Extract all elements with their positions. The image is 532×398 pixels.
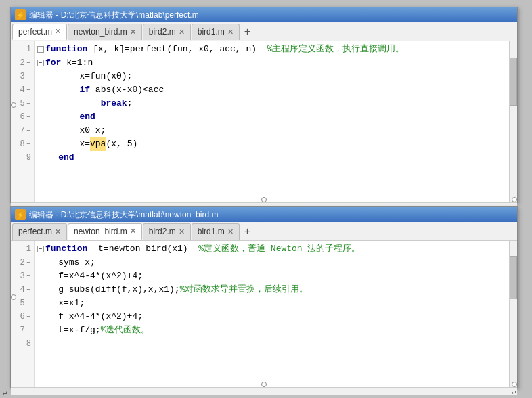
gutter-2: 1 2 – 3 – 4 – 5 – 6 – 7 xyxy=(11,241,35,387)
line-num-row: 4 – xyxy=(11,83,34,97)
resize-handle-corner-1[interactable] xyxy=(512,197,517,202)
tab-add-button-2[interactable]: + xyxy=(240,224,254,239)
line-dash: – xyxy=(26,112,31,122)
line-dash: – xyxy=(26,326,31,335)
tab-close[interactable]: ✕ xyxy=(179,228,185,236)
line-number: 2 xyxy=(14,58,25,68)
code-text: abs(x-x0)<acc xyxy=(90,83,164,97)
gutter-1: 1 2 – 3 – 4 – 5 – 6 – 7 xyxy=(11,41,35,202)
code-line-6: end xyxy=(37,110,506,124)
title-bar-2: ⚡ 编辑器 - D:\北京信息科技大学\matlab\newton_bird.m xyxy=(11,207,517,222)
tab-bird1-1[interactable]: bird1.m ✕ xyxy=(192,24,240,40)
tab-close[interactable]: ✕ xyxy=(227,28,234,36)
resize-handle-bottom-2[interactable] xyxy=(261,382,267,387)
tab-close[interactable]: ✕ xyxy=(130,227,136,235)
highlighted-text: vpa xyxy=(90,137,106,151)
tab-close[interactable]: ✕ xyxy=(227,228,234,236)
line-number: 1 xyxy=(20,45,31,54)
scrollbar-thumb-1[interactable] xyxy=(510,58,517,106)
line-number: 8 xyxy=(20,339,31,349)
line-num-row: 8 – xyxy=(11,137,34,151)
line-number: 9 xyxy=(20,153,31,162)
resize-handle-left-1[interactable] xyxy=(11,102,16,108)
keyword-break: break xyxy=(101,97,127,110)
resize-handle-corner-2[interactable] xyxy=(512,382,517,387)
tab-add-button-1[interactable]: + xyxy=(240,24,254,39)
scrollbar-right-1[interactable] xyxy=(509,41,517,202)
tab-label: bird1.m xyxy=(198,27,225,37)
code-line-7: t=x-f/g;%迭代函数。 xyxy=(37,324,506,337)
code-text: syms x; xyxy=(37,256,95,269)
code-text xyxy=(37,83,79,97)
tab-bird1-2[interactable]: bird1.m ✕ xyxy=(192,223,240,240)
keyword-function: function xyxy=(45,242,87,256)
code-line-2: syms x; xyxy=(37,256,506,269)
code-line-4: g=subs(diff(f,x),x,x1);%对函数求导并置换，后续引用。 xyxy=(37,283,506,296)
comment-text: %迭代函数。 xyxy=(101,324,150,337)
scrollbar-thumb-2[interactable] xyxy=(510,256,517,300)
editor-window-2[interactable]: ⚡ 编辑器 - D:\北京信息科技大学\matlab\newton_bird.m… xyxy=(10,206,518,388)
code-text xyxy=(37,110,79,124)
keyword-function: function xyxy=(45,43,87,56)
editor-window-1[interactable]: ⚡ 编辑器 - D:\北京信息科技大学\matlab\perfect.m per… xyxy=(10,7,518,203)
code-line-5: break; xyxy=(37,97,506,110)
line-number: 5 xyxy=(14,298,25,308)
code-text xyxy=(37,151,58,164)
code-line-3: f=x^4-4*(x^2)+4; xyxy=(37,269,506,283)
code-line-9: end xyxy=(37,151,506,164)
collapse-btn[interactable]: – xyxy=(37,246,44,252)
tab-label: bird1.m xyxy=(198,227,225,236)
code-text: t=newton_bird(x1) xyxy=(87,242,198,256)
code-area-2[interactable]: – function t=newton_bird(x1) %定义函数，普通 Ne… xyxy=(35,241,509,387)
line-num-row: 1 xyxy=(11,242,34,256)
code-line-4: if abs(x-x0)<acc xyxy=(37,83,506,97)
code-text: [x, k]=perfect(fun, x0, acc, n) xyxy=(87,43,267,56)
code-text: (x, 5) xyxy=(106,137,137,151)
tab-close[interactable]: ✕ xyxy=(55,28,61,35)
code-text: t=x-f/g; xyxy=(37,324,101,337)
code-text: x=fun(x0); xyxy=(37,70,132,83)
tab-bar-2: perfect.m ✕ newton_bird.m ✕ bird2.m ✕ bi… xyxy=(11,222,517,241)
scrollbar-bottom-2[interactable]: ↵ xyxy=(11,387,517,395)
code-area-1[interactable]: – function [x, k]=perfect(fun, x0, acc, … xyxy=(35,41,509,202)
code-line-5: x=x1; xyxy=(37,296,506,310)
line-num-row: 8 xyxy=(11,337,34,351)
tab-close[interactable]: ✕ xyxy=(179,28,185,36)
tab-newton-1[interactable]: newton_bird.m ✕ xyxy=(68,24,142,40)
line-number: 8 xyxy=(14,139,25,149)
tab-label: newton_bird.m xyxy=(74,27,127,37)
line-dash: – xyxy=(26,258,31,267)
line-dash: – xyxy=(26,139,31,149)
collapse-btn[interactable]: – xyxy=(37,46,44,53)
tab-label: perfect.m xyxy=(18,227,52,236)
code-line-1: – function t=newton_bird(x1) %定义函数，普通 Ne… xyxy=(37,242,506,256)
line-num-row: 2 – xyxy=(11,56,34,70)
code-line-8: x=vpa(x, 5) xyxy=(37,137,506,151)
line-num-row: 1 xyxy=(11,43,34,56)
tab-perfect-1[interactable]: perfect.m ✕ xyxy=(12,24,67,40)
tab-perfect-2[interactable]: perfect.m ✕ xyxy=(12,223,67,240)
tab-close[interactable]: ✕ xyxy=(130,28,136,36)
code-text xyxy=(37,337,43,351)
line-number: 6 xyxy=(14,312,25,322)
keyword-if: if xyxy=(79,83,90,97)
line-number: 4 xyxy=(14,285,25,294)
tab-bird2-1[interactable]: bird2.m ✕ xyxy=(143,24,191,40)
editor-body-2: 1 2 – 3 – 4 – 5 – 6 – 7 xyxy=(11,241,517,387)
tab-bird2-2[interactable]: bird2.m ✕ xyxy=(143,223,191,240)
tab-newton-2[interactable]: newton_bird.m ✕ xyxy=(68,223,142,240)
code-text xyxy=(37,97,101,110)
line-number: 6 xyxy=(14,112,25,122)
code-line-6: f=x^4-4*(x^2)+4; xyxy=(37,310,506,324)
tab-bar-1: perfect.m ✕ newton_bird.m ✕ bird2.m ✕ bi… xyxy=(11,22,517,41)
collapse-btn[interactable]: – xyxy=(37,60,44,66)
tab-close[interactable]: ✕ xyxy=(55,228,61,236)
comment-text: %定义函数，普通 Newton 法的子程序。 xyxy=(198,242,360,256)
line-num-row: 9 xyxy=(11,151,34,164)
keyword-for: for xyxy=(45,56,61,70)
scrollbar-right-2[interactable] xyxy=(509,241,517,387)
resize-handle-bottom-1[interactable] xyxy=(261,197,267,202)
code-line-3: x=fun(x0); xyxy=(37,70,506,83)
resize-handle-left-2[interactable] xyxy=(11,294,16,300)
code-text: f=x^4-4*(x^2)+4; xyxy=(37,269,143,283)
